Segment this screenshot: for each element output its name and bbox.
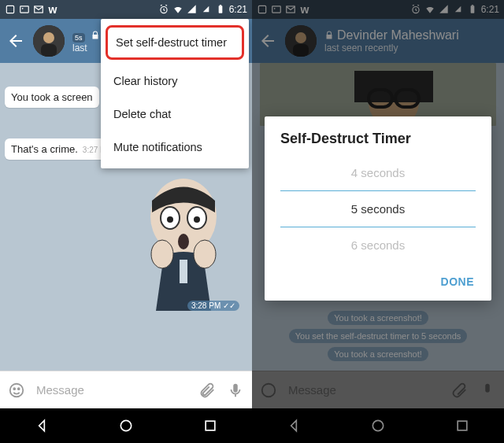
svg-point-13 xyxy=(167,216,173,223)
nav-back-icon[interactable] xyxy=(34,418,50,434)
svg-rect-9 xyxy=(41,44,57,57)
secret-timer-badge: 5s xyxy=(72,33,85,43)
signal2-icon xyxy=(201,4,212,15)
phone-left: w 6:21 5s D last You to You took a scree… xyxy=(0,0,252,443)
svg-rect-1 xyxy=(20,6,29,13)
svg-point-21 xyxy=(18,388,20,389)
svg-point-15 xyxy=(178,234,189,249)
svg-point-2 xyxy=(22,8,24,9)
sticker-time: 3:28 PM ✓✓ xyxy=(187,301,239,311)
svg-point-17 xyxy=(194,240,216,268)
back-icon[interactable] xyxy=(6,31,25,50)
done-button[interactable]: DONE xyxy=(433,269,482,294)
picker-option[interactable]: 6 seconds xyxy=(280,227,476,263)
svg-rect-22 xyxy=(233,383,238,392)
svg-rect-24 xyxy=(206,421,215,430)
wish-icon: w xyxy=(47,4,58,15)
wifi-icon xyxy=(172,4,183,15)
android-navbar xyxy=(0,408,252,443)
phone-right: w 6:21 Devinder Maheshwari last seen rec… xyxy=(252,0,504,443)
battery-icon xyxy=(215,4,226,15)
dialog-title: Self-Destruct Timer xyxy=(265,131,491,155)
menu-item-mute[interactable]: Mute notifications xyxy=(101,131,249,164)
svg-rect-5 xyxy=(218,6,222,13)
screenshot-icon xyxy=(5,4,16,15)
status-bar: w 6:21 xyxy=(0,0,252,19)
svg-point-19 xyxy=(10,383,24,397)
mic-icon[interactable] xyxy=(227,382,244,399)
svg-rect-6 xyxy=(219,5,220,6)
overflow-menu: Set self-destruct timer Clear history De… xyxy=(101,19,249,168)
menu-item-delete-chat[interactable]: Delete chat xyxy=(101,98,249,131)
svg-rect-0 xyxy=(6,6,13,13)
menu-item-self-destruct[interactable]: Set self-destruct timer xyxy=(106,25,244,60)
timer-picker[interactable]: 4 seconds 5 seconds 6 seconds xyxy=(265,155,491,263)
sticker-shocked-man xyxy=(124,169,243,311)
nav-home-icon[interactable] xyxy=(118,418,134,434)
svg-point-23 xyxy=(120,420,131,430)
lock-icon xyxy=(91,31,100,40)
composer: Message xyxy=(0,371,252,408)
avatar[interactable] xyxy=(33,25,65,57)
sticker-message[interactable]: 3:28 PM ✓✓ xyxy=(124,169,243,314)
alarm-icon xyxy=(158,4,169,15)
picker-option[interactable]: 4 seconds xyxy=(280,155,476,190)
image-icon xyxy=(19,4,30,15)
menu-item-clear-history[interactable]: Clear history xyxy=(101,65,249,98)
picker-option-selected[interactable]: 5 seconds xyxy=(280,190,476,227)
self-destruct-dialog: Self-Destruct Timer 4 seconds 5 seconds … xyxy=(265,116,491,301)
svg-point-8 xyxy=(43,32,54,43)
message-in[interactable]: You took a screen xyxy=(5,87,99,108)
svg-point-20 xyxy=(13,388,15,389)
emoji-icon[interactable] xyxy=(8,382,25,399)
nav-recents-icon[interactable] xyxy=(202,418,218,434)
svg-rect-18 xyxy=(180,260,187,283)
gmail-icon xyxy=(33,4,44,15)
message-input[interactable]: Message xyxy=(36,383,187,397)
svg-point-14 xyxy=(194,216,200,223)
attach-icon[interactable] xyxy=(198,382,216,399)
signal-icon xyxy=(187,4,198,15)
statusbar-time: 6:21 xyxy=(229,4,247,15)
svg-point-16 xyxy=(151,240,173,268)
